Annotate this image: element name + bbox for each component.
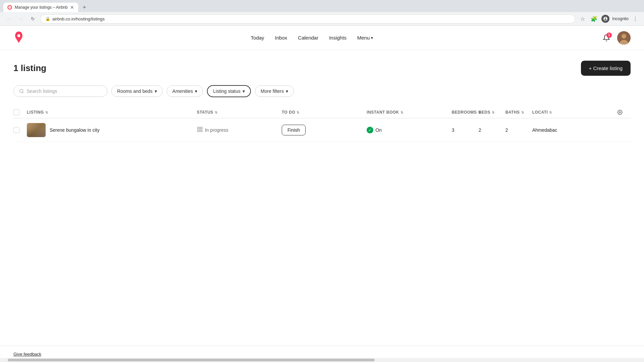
toolbar-actions: ☆ 🧩 Incognito ⋮ bbox=[578, 14, 640, 23]
table-header-row: LISTING ⇅ STATUS ⇅ TO DO ⇅ INSTANT BOOK … bbox=[13, 107, 631, 118]
nav-item-insights[interactable]: Insights bbox=[329, 32, 346, 43]
th-location[interactable]: LOCATI ⇅ bbox=[532, 110, 617, 115]
svg-point-3 bbox=[20, 89, 23, 93]
th-beds[interactable]: BEDS ⇅ bbox=[479, 110, 505, 115]
sort-icon: ⇅ bbox=[492, 111, 495, 114]
nav-item-menu[interactable]: Menu ▾ bbox=[357, 32, 373, 43]
url-text: airbnb.co.in/hosting/listings bbox=[52, 16, 570, 21]
finish-button[interactable]: Finish bbox=[282, 125, 306, 135]
search-box[interactable] bbox=[13, 85, 107, 97]
th-listing[interactable]: LISTING ⇅ bbox=[27, 110, 197, 115]
more-button[interactable]: ⋮ bbox=[631, 14, 640, 23]
chevron-down-icon: ▾ bbox=[195, 88, 197, 94]
nav-item-calendar[interactable]: Calendar bbox=[298, 32, 318, 43]
new-tab-button[interactable]: + bbox=[79, 3, 89, 12]
sort-icon: ⇅ bbox=[215, 111, 218, 114]
search-input[interactable] bbox=[27, 88, 102, 94]
tab-favicon bbox=[7, 5, 12, 10]
instant-book-status: On bbox=[375, 127, 382, 133]
main-nav: Today Inbox Calendar Insights Menu ▾ bbox=[251, 32, 373, 43]
profile-button[interactable] bbox=[601, 14, 610, 23]
svg-rect-9 bbox=[200, 130, 202, 132]
browser-tab[interactable]: Manage your listings – Airbnb ✕ bbox=[3, 3, 78, 12]
sort-icon: ⇅ bbox=[549, 111, 552, 114]
page-title: 1 listing bbox=[13, 63, 46, 73]
location-cell: Ahmedabac bbox=[532, 127, 617, 133]
extensions-button[interactable]: 🧩 bbox=[589, 14, 599, 23]
back-button[interactable]: ← bbox=[4, 14, 13, 23]
listings-table: LISTING ⇅ STATUS ⇅ TO DO ⇅ INSTANT BOOK … bbox=[13, 107, 631, 142]
th-bedrooms[interactable]: BEDROOMS ⇅ bbox=[452, 110, 479, 115]
browser-chrome: Manage your listings – Airbnb ✕ + ← → ↻ … bbox=[0, 0, 644, 26]
th-baths[interactable]: BATHS ⇅ bbox=[505, 110, 532, 115]
baths-cell: 2 bbox=[505, 127, 532, 133]
svg-point-1 bbox=[622, 34, 626, 39]
create-listing-button[interactable]: + Create listing bbox=[581, 61, 631, 76]
rooms-beds-filter[interactable]: Rooms and beds ▾ bbox=[111, 85, 163, 97]
svg-rect-8 bbox=[198, 130, 199, 132]
sort-icon: ⇅ bbox=[521, 111, 524, 114]
th-status[interactable]: STATUS ⇅ bbox=[197, 110, 282, 115]
sort-icon: ⇅ bbox=[45, 111, 48, 114]
listing-thumbnail bbox=[27, 123, 46, 137]
incognito-label: Incognito bbox=[612, 16, 629, 21]
chevron-down-icon: ▾ bbox=[286, 88, 288, 94]
reload-button[interactable]: ↻ bbox=[28, 14, 38, 23]
listing-thumbnail-image bbox=[27, 123, 46, 137]
chevron-down-icon: ▾ bbox=[243, 88, 245, 94]
app-header: Today Inbox Calendar Insights Menu ▾ 1 bbox=[0, 26, 644, 50]
incognito-avatar bbox=[601, 15, 609, 23]
notification-button[interactable]: 1 bbox=[600, 31, 613, 45]
more-filters-button[interactable]: More filters ▾ bbox=[255, 85, 294, 97]
table-row: Serene bungalow in city In progress Fini… bbox=[13, 118, 631, 142]
browser-tab-bar: Manage your listings – Airbnb ✕ + bbox=[0, 0, 644, 12]
amenities-filter[interactable]: Amenities ▾ bbox=[167, 85, 203, 97]
header-actions: 1 bbox=[600, 31, 631, 45]
th-todo[interactable]: TO DO ⇅ bbox=[282, 110, 367, 115]
close-tab-button[interactable]: ✕ bbox=[70, 5, 74, 10]
search-icon bbox=[19, 88, 24, 94]
bedrooms-cell: 3 bbox=[452, 127, 479, 133]
main-content: 1 listing + Create listing Rooms and bed… bbox=[0, 50, 644, 153]
sort-icon: ⇅ bbox=[400, 111, 404, 114]
browser-toolbar: ← → ↻ 🔒 airbnb.co.in/hosting/listings ☆ … bbox=[0, 12, 644, 25]
lock-icon: 🔒 bbox=[45, 16, 50, 21]
instant-book-check-icon: ✓ bbox=[367, 127, 373, 133]
beds-cell: 2 bbox=[479, 127, 505, 133]
sort-icon: ⇅ bbox=[297, 111, 300, 114]
todo-cell: Finish bbox=[282, 125, 367, 135]
airbnb-logo[interactable] bbox=[13, 32, 24, 44]
address-bar[interactable]: 🔒 airbnb.co.in/hosting/listings bbox=[40, 14, 575, 23]
listing-status-filter[interactable]: Listing status ▾ bbox=[207, 85, 251, 97]
status-text: In progress bbox=[205, 127, 228, 133]
status-icon bbox=[197, 126, 203, 134]
chevron-down-icon: ▾ bbox=[155, 88, 157, 94]
svg-point-5 bbox=[619, 112, 621, 113]
page-header: 1 listing + Create listing bbox=[13, 61, 631, 76]
instant-book-cell: ✓ On bbox=[367, 127, 451, 133]
filters-row: Rooms and beds ▾ Amenities ▾ Listing sta… bbox=[13, 85, 631, 97]
th-settings bbox=[617, 110, 631, 115]
tab-title: Manage your listings – Airbnb bbox=[15, 5, 67, 10]
svg-line-4 bbox=[22, 92, 23, 93]
notification-badge: 1 bbox=[606, 33, 612, 38]
select-all-checkbox[interactable] bbox=[13, 109, 27, 115]
forward-button[interactable]: → bbox=[16, 14, 25, 23]
bookmark-button[interactable]: ☆ bbox=[578, 14, 587, 23]
row-checkbox[interactable] bbox=[13, 127, 27, 133]
th-instant-book[interactable]: INSTANT BOOK ⇅ bbox=[367, 110, 451, 115]
listing-name[interactable]: Serene bungalow in city bbox=[50, 127, 100, 133]
svg-rect-6 bbox=[198, 127, 199, 129]
svg-rect-7 bbox=[200, 127, 202, 129]
nav-item-inbox[interactable]: Inbox bbox=[275, 32, 287, 43]
table-settings-icon[interactable] bbox=[617, 110, 623, 115]
nav-item-today[interactable]: Today bbox=[251, 32, 264, 43]
status-cell: In progress bbox=[197, 126, 282, 134]
chevron-down-icon: ▾ bbox=[371, 36, 373, 40]
user-avatar[interactable] bbox=[617, 31, 631, 45]
listing-cell: Serene bungalow in city bbox=[27, 123, 197, 137]
